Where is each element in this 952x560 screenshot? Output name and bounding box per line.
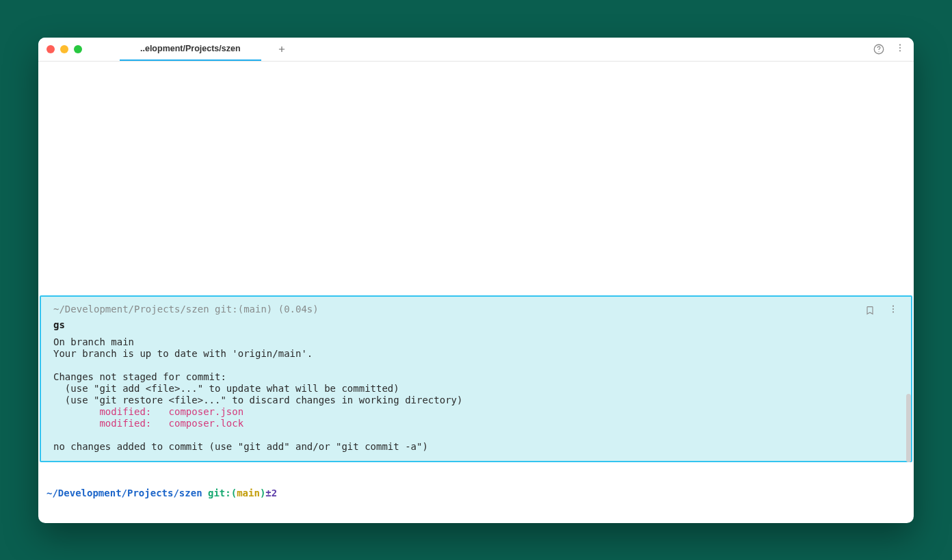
- svg-point-4: [899, 44, 901, 45]
- bookmark-icon[interactable]: [864, 305, 875, 316]
- tab-title: ..elopment/Projects/szen: [140, 44, 241, 53]
- traffic-lights: [47, 45, 82, 53]
- block-header-text: ~/Development/Projects/szen git:(main) (…: [53, 304, 319, 315]
- window-minimize-button[interactable]: [60, 45, 68, 53]
- prompt[interactable]: ~/Development/Projects/szen git:(main)±2: [47, 488, 277, 498]
- prompt-paren-open: (: [231, 488, 237, 498]
- output-line: Changes not staged for commit:: [53, 371, 226, 382]
- command-block[interactable]: ~/Development/Projects/szen git:(main) (…: [40, 295, 912, 463]
- titlebar-menu-icon[interactable]: [895, 42, 905, 56]
- terminal-window: ..elopment/Projects/szen: [38, 38, 914, 523]
- help-icon[interactable]: [873, 43, 885, 55]
- block-output: On branch main Your branch is up to date…: [53, 336, 899, 453]
- prompt-dirty-indicator: ±2: [265, 488, 277, 498]
- scrollbar-thumb[interactable]: [906, 394, 911, 462]
- tab-active[interactable]: ..elopment/Projects/szen: [120, 38, 261, 61]
- output-line: (use "git restore <file>..." to discard …: [53, 395, 462, 405]
- terminal-body[interactable]: ~/Development/Projects/szen git:(main) (…: [38, 62, 914, 523]
- prompt-git-label: git:: [208, 488, 231, 498]
- block-header: ~/Development/Projects/szen git:(main) (…: [53, 304, 899, 317]
- window-maximize-button[interactable]: [74, 45, 82, 53]
- svg-point-6: [899, 50, 901, 51]
- output-line: no changes added to commit (use "git add…: [53, 441, 428, 452]
- svg-point-7: [892, 305, 894, 306]
- output-line-modified: modified: composer.lock: [53, 418, 243, 429]
- svg-point-8: [892, 308, 894, 309]
- new-tab-button[interactable]: [275, 42, 289, 56]
- svg-point-9: [892, 311, 894, 312]
- window-close-button[interactable]: [47, 45, 55, 53]
- block-menu-icon[interactable]: [888, 304, 899, 317]
- titlebar-right: [873, 42, 905, 56]
- titlebar: ..elopment/Projects/szen: [38, 38, 914, 62]
- output-line-modified: modified: composer.json: [53, 406, 243, 417]
- tabs: ..elopment/Projects/szen: [120, 38, 289, 61]
- prompt-path: ~/Development/Projects/szen: [47, 488, 202, 498]
- prompt-branch: main: [237, 488, 260, 498]
- output-line: (use "git add <file>..." to update what …: [53, 383, 399, 394]
- output-line: Your branch is up to date with 'origin/m…: [53, 348, 313, 359]
- block-command: gs: [53, 319, 899, 331]
- svg-point-3: [878, 51, 879, 51]
- output-line: On branch main: [53, 336, 134, 347]
- block-header-actions: [864, 304, 899, 317]
- svg-point-5: [899, 46, 901, 48]
